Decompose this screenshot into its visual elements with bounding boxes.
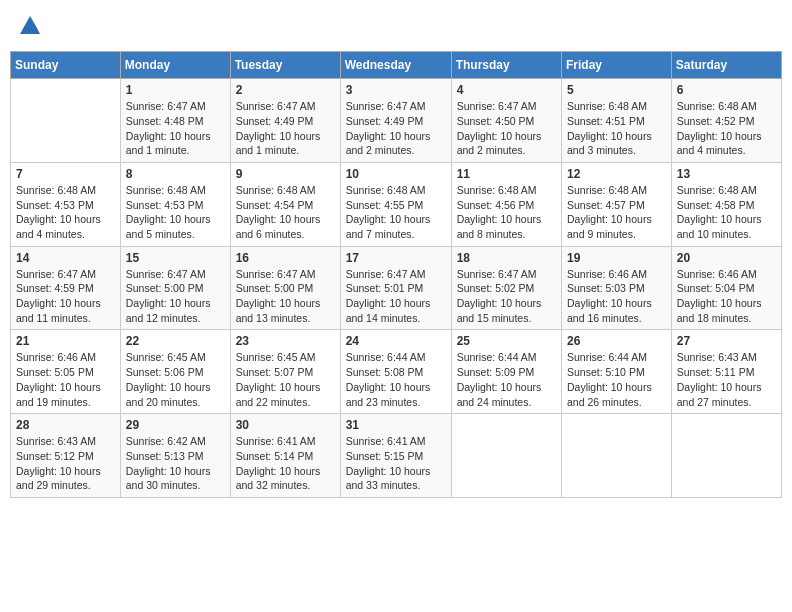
calendar-cell: 1Sunrise: 6:47 AM Sunset: 4:48 PM Daylig… <box>120 79 230 163</box>
calendar-cell: 2Sunrise: 6:47 AM Sunset: 4:49 PM Daylig… <box>230 79 340 163</box>
day-of-week-header: Saturday <box>671 52 781 79</box>
logo-icon <box>16 10 44 38</box>
calendar-cell: 30Sunrise: 6:41 AM Sunset: 5:14 PM Dayli… <box>230 414 340 498</box>
logo <box>14 10 44 43</box>
day-info: Sunrise: 6:46 AM Sunset: 5:03 PM Dayligh… <box>567 267 666 326</box>
day-info: Sunrise: 6:48 AM Sunset: 4:57 PM Dayligh… <box>567 183 666 242</box>
calendar-week-row: 7Sunrise: 6:48 AM Sunset: 4:53 PM Daylig… <box>11 162 782 246</box>
calendar-cell: 11Sunrise: 6:48 AM Sunset: 4:56 PM Dayli… <box>451 162 561 246</box>
calendar-cell <box>671 414 781 498</box>
calendar-cell: 13Sunrise: 6:48 AM Sunset: 4:58 PM Dayli… <box>671 162 781 246</box>
calendar-cell: 8Sunrise: 6:48 AM Sunset: 4:53 PM Daylig… <box>120 162 230 246</box>
day-info: Sunrise: 6:44 AM Sunset: 5:08 PM Dayligh… <box>346 350 446 409</box>
day-info: Sunrise: 6:47 AM Sunset: 4:48 PM Dayligh… <box>126 99 225 158</box>
calendar-cell: 26Sunrise: 6:44 AM Sunset: 5:10 PM Dayli… <box>562 330 672 414</box>
calendar-cell: 6Sunrise: 6:48 AM Sunset: 4:52 PM Daylig… <box>671 79 781 163</box>
calendar-cell: 24Sunrise: 6:44 AM Sunset: 5:08 PM Dayli… <box>340 330 451 414</box>
day-info: Sunrise: 6:43 AM Sunset: 5:11 PM Dayligh… <box>677 350 776 409</box>
page-header <box>10 10 782 43</box>
day-info: Sunrise: 6:47 AM Sunset: 4:49 PM Dayligh… <box>236 99 335 158</box>
day-info: Sunrise: 6:44 AM Sunset: 5:09 PM Dayligh… <box>457 350 556 409</box>
day-number: 10 <box>346 167 446 181</box>
day-info: Sunrise: 6:46 AM Sunset: 5:05 PM Dayligh… <box>16 350 115 409</box>
day-number: 26 <box>567 334 666 348</box>
day-info: Sunrise: 6:46 AM Sunset: 5:04 PM Dayligh… <box>677 267 776 326</box>
calendar-cell <box>11 79 121 163</box>
day-info: Sunrise: 6:47 AM Sunset: 5:01 PM Dayligh… <box>346 267 446 326</box>
calendar-header-row: SundayMondayTuesdayWednesdayThursdayFrid… <box>11 52 782 79</box>
day-number: 20 <box>677 251 776 265</box>
day-info: Sunrise: 6:44 AM Sunset: 5:10 PM Dayligh… <box>567 350 666 409</box>
calendar-cell: 7Sunrise: 6:48 AM Sunset: 4:53 PM Daylig… <box>11 162 121 246</box>
calendar-cell: 3Sunrise: 6:47 AM Sunset: 4:49 PM Daylig… <box>340 79 451 163</box>
calendar-cell: 9Sunrise: 6:48 AM Sunset: 4:54 PM Daylig… <box>230 162 340 246</box>
day-info: Sunrise: 6:41 AM Sunset: 5:14 PM Dayligh… <box>236 434 335 493</box>
day-number: 18 <box>457 251 556 265</box>
day-number: 23 <box>236 334 335 348</box>
day-info: Sunrise: 6:47 AM Sunset: 4:50 PM Dayligh… <box>457 99 556 158</box>
day-number: 31 <box>346 418 446 432</box>
day-info: Sunrise: 6:47 AM Sunset: 4:59 PM Dayligh… <box>16 267 115 326</box>
day-number: 13 <box>677 167 776 181</box>
day-number: 5 <box>567 83 666 97</box>
calendar-cell: 25Sunrise: 6:44 AM Sunset: 5:09 PM Dayli… <box>451 330 561 414</box>
day-of-week-header: Tuesday <box>230 52 340 79</box>
calendar-week-row: 28Sunrise: 6:43 AM Sunset: 5:12 PM Dayli… <box>11 414 782 498</box>
day-info: Sunrise: 6:48 AM Sunset: 4:54 PM Dayligh… <box>236 183 335 242</box>
day-info: Sunrise: 6:47 AM Sunset: 5:00 PM Dayligh… <box>126 267 225 326</box>
calendar-cell: 28Sunrise: 6:43 AM Sunset: 5:12 PM Dayli… <box>11 414 121 498</box>
calendar-cell: 4Sunrise: 6:47 AM Sunset: 4:50 PM Daylig… <box>451 79 561 163</box>
day-number: 6 <box>677 83 776 97</box>
day-number: 16 <box>236 251 335 265</box>
day-number: 25 <box>457 334 556 348</box>
calendar-cell: 5Sunrise: 6:48 AM Sunset: 4:51 PM Daylig… <box>562 79 672 163</box>
day-number: 12 <box>567 167 666 181</box>
day-info: Sunrise: 6:45 AM Sunset: 5:07 PM Dayligh… <box>236 350 335 409</box>
day-of-week-header: Wednesday <box>340 52 451 79</box>
day-number: 21 <box>16 334 115 348</box>
calendar-week-row: 14Sunrise: 6:47 AM Sunset: 4:59 PM Dayli… <box>11 246 782 330</box>
day-info: Sunrise: 6:48 AM Sunset: 4:53 PM Dayligh… <box>126 183 225 242</box>
day-number: 11 <box>457 167 556 181</box>
day-number: 17 <box>346 251 446 265</box>
calendar-cell <box>562 414 672 498</box>
calendar-week-row: 1Sunrise: 6:47 AM Sunset: 4:48 PM Daylig… <box>11 79 782 163</box>
calendar-cell: 12Sunrise: 6:48 AM Sunset: 4:57 PM Dayli… <box>562 162 672 246</box>
day-number: 30 <box>236 418 335 432</box>
day-info: Sunrise: 6:43 AM Sunset: 5:12 PM Dayligh… <box>16 434 115 493</box>
day-number: 14 <box>16 251 115 265</box>
day-number: 22 <box>126 334 225 348</box>
calendar-cell: 20Sunrise: 6:46 AM Sunset: 5:04 PM Dayli… <box>671 246 781 330</box>
day-number: 15 <box>126 251 225 265</box>
day-number: 1 <box>126 83 225 97</box>
calendar-week-row: 21Sunrise: 6:46 AM Sunset: 5:05 PM Dayli… <box>11 330 782 414</box>
calendar-cell: 31Sunrise: 6:41 AM Sunset: 5:15 PM Dayli… <box>340 414 451 498</box>
day-number: 29 <box>126 418 225 432</box>
day-number: 19 <box>567 251 666 265</box>
day-of-week-header: Friday <box>562 52 672 79</box>
day-info: Sunrise: 6:48 AM Sunset: 4:55 PM Dayligh… <box>346 183 446 242</box>
day-number: 2 <box>236 83 335 97</box>
day-number: 8 <box>126 167 225 181</box>
day-info: Sunrise: 6:47 AM Sunset: 4:49 PM Dayligh… <box>346 99 446 158</box>
day-info: Sunrise: 6:48 AM Sunset: 4:58 PM Dayligh… <box>677 183 776 242</box>
day-info: Sunrise: 6:47 AM Sunset: 5:02 PM Dayligh… <box>457 267 556 326</box>
day-number: 27 <box>677 334 776 348</box>
day-number: 28 <box>16 418 115 432</box>
calendar-cell: 19Sunrise: 6:46 AM Sunset: 5:03 PM Dayli… <box>562 246 672 330</box>
calendar-cell: 15Sunrise: 6:47 AM Sunset: 5:00 PM Dayli… <box>120 246 230 330</box>
calendar-cell: 18Sunrise: 6:47 AM Sunset: 5:02 PM Dayli… <box>451 246 561 330</box>
calendar-cell <box>451 414 561 498</box>
calendar-table: SundayMondayTuesdayWednesdayThursdayFrid… <box>10 51 782 498</box>
calendar-cell: 21Sunrise: 6:46 AM Sunset: 5:05 PM Dayli… <box>11 330 121 414</box>
day-number: 24 <box>346 334 446 348</box>
day-of-week-header: Monday <box>120 52 230 79</box>
calendar-cell: 27Sunrise: 6:43 AM Sunset: 5:11 PM Dayli… <box>671 330 781 414</box>
day-info: Sunrise: 6:48 AM Sunset: 4:52 PM Dayligh… <box>677 99 776 158</box>
day-of-week-header: Sunday <box>11 52 121 79</box>
day-info: Sunrise: 6:48 AM Sunset: 4:56 PM Dayligh… <box>457 183 556 242</box>
day-info: Sunrise: 6:48 AM Sunset: 4:51 PM Dayligh… <box>567 99 666 158</box>
calendar-cell: 16Sunrise: 6:47 AM Sunset: 5:00 PM Dayli… <box>230 246 340 330</box>
day-of-week-header: Thursday <box>451 52 561 79</box>
calendar-cell: 22Sunrise: 6:45 AM Sunset: 5:06 PM Dayli… <box>120 330 230 414</box>
